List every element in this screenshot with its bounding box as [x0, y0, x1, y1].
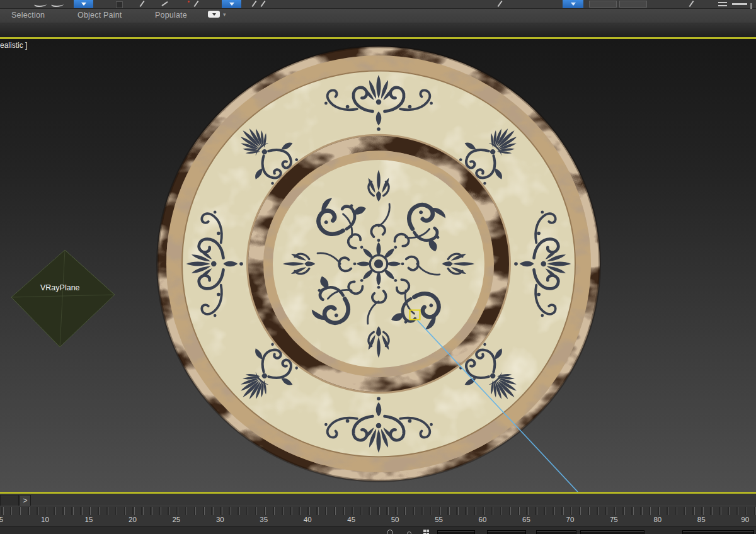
viewport-shading-label[interactable]: ealistic ]	[0, 41, 27, 50]
list-lines-icon[interactable]	[718, 2, 727, 3]
timeline-tick	[423, 507, 423, 515]
timeline-tick	[231, 507, 231, 515]
timeline-frame-label: 80	[648, 516, 667, 523]
grid-size-field[interactable]	[580, 530, 644, 534]
timeline-tick	[607, 507, 607, 515]
timeline-tick	[335, 507, 336, 515]
timeline-tick	[11, 507, 12, 515]
select-object-button[interactable]	[74, 0, 93, 8]
absolute-mode-icon[interactable]	[407, 531, 411, 534]
timeline-tick	[484, 507, 485, 515]
wide-line-icon[interactable]	[732, 3, 747, 5]
timeline-tick	[642, 507, 643, 515]
timeline-tick	[143, 507, 144, 515]
material-editor-button[interactable]	[563, 0, 583, 8]
timeline-frame-label: 50	[386, 516, 404, 523]
select-and-rotate-button[interactable]	[222, 0, 241, 8]
timeline-tick	[729, 507, 730, 515]
timeline-frame-label: 5	[0, 516, 11, 523]
viewport[interactable]: VRayPlane	[0, 39, 756, 492]
timeline-tick	[274, 507, 275, 515]
timeline-tick	[476, 507, 476, 515]
timeline-tick	[493, 507, 493, 515]
timeline-tick	[55, 507, 56, 515]
timeline-tick	[82, 507, 83, 515]
lock-selection-icon[interactable]	[387, 530, 393, 534]
timeline-frame-label: 60	[473, 516, 492, 523]
timeline-frame-label: 55	[430, 516, 449, 523]
timeline-frame-label: 20	[123, 516, 142, 523]
timeline-tick	[571, 507, 572, 515]
timeline-tick	[318, 507, 319, 515]
ribbon-tab-populate[interactable]: Populate	[155, 11, 187, 20]
time-tag-field[interactable]	[682, 530, 754, 534]
ribbon-tab-selection[interactable]: Selection	[11, 11, 45, 20]
render-setup-box[interactable]	[589, 1, 617, 8]
timeline-tick	[239, 507, 240, 515]
chevron-down-icon[interactable]: ▾	[223, 11, 226, 18]
grid-icon[interactable]	[423, 530, 429, 534]
timeline-tick	[108, 507, 108, 515]
timeline-tick	[458, 507, 459, 515]
timeline-frame-label: 25	[167, 516, 186, 523]
timeline-tick	[388, 507, 389, 515]
record-dot-icon	[188, 1, 190, 3]
layer-slash-icon[interactable]	[689, 1, 694, 7]
freehand-curve-icon[interactable]	[50, 1, 66, 7]
timeline-tick	[397, 507, 398, 515]
timeline-tick	[47, 507, 47, 515]
timeline-frame-label: 90	[736, 516, 755, 523]
scale-slash-icon[interactable]	[252, 1, 257, 7]
coordinate-x-field[interactable]	[437, 530, 475, 534]
timeline-tick	[213, 507, 214, 515]
align-icon[interactable]	[140, 1, 145, 7]
timeline-tick	[624, 507, 625, 515]
timeline-tick	[195, 507, 196, 515]
undo-slash-icon[interactable]	[194, 1, 199, 7]
timeline-tick	[467, 507, 467, 515]
timeline-tick	[405, 507, 406, 515]
timeline-tick	[616, 507, 616, 515]
timeline-tick	[747, 507, 747, 515]
timeline-tick	[554, 507, 555, 515]
marble-medallion-object[interactable]	[158, 47, 600, 480]
timeline-frame-label: 10	[36, 516, 55, 523]
snap-slash-icon[interactable]	[498, 1, 503, 7]
ribbon-tab-bar: Selection Object Paint Populate ▾	[0, 9, 756, 23]
panel-toggle-icon[interactable]	[208, 11, 220, 18]
next-frame-button[interactable]: >	[20, 495, 31, 506]
mirror-icon[interactable]	[116, 1, 123, 8]
timeline-tick	[38, 507, 38, 515]
list-lines-icon[interactable]	[718, 5, 727, 6]
arrow-icon[interactable]	[161, 1, 168, 6]
status-bar	[0, 526, 756, 534]
render-frame-box[interactable]	[619, 1, 647, 8]
coordinate-z-field[interactable]	[536, 530, 576, 534]
timeline-tick	[178, 507, 178, 515]
timeline-tick	[440, 507, 441, 515]
timeline-tick	[432, 507, 432, 515]
timeline-tick	[633, 507, 634, 515]
timeline-tick	[161, 507, 161, 515]
ribbon-tab-object-paint[interactable]: Object Paint	[77, 11, 122, 20]
scale-slash-icon[interactable]	[261, 1, 266, 7]
timeline-tick	[117, 507, 117, 515]
timeline-ruler[interactable]: 51015202530354045505560657075808590	[0, 506, 756, 527]
timeline-tick	[362, 507, 362, 515]
timeline-tick	[20, 507, 21, 515]
ribbon-minimize-dropdown[interactable]: ▾	[208, 11, 226, 18]
timeline-tick	[73, 507, 74, 515]
timeline-tick	[292, 507, 292, 515]
timeline-tick	[703, 507, 704, 515]
vrayplane-label: VRayPlane	[40, 283, 80, 292]
freehand-curve-icon[interactable]	[33, 1, 49, 7]
coordinate-y-field[interactable]	[487, 530, 526, 534]
vrayplane-object[interactable]: VRayPlane	[11, 250, 115, 347]
timeline-tick	[353, 507, 353, 515]
timeline-tick	[90, 507, 91, 515]
timeline-frame-label: 45	[342, 516, 361, 523]
timeline-frame-label: 30	[210, 516, 229, 523]
timeline-frame-label: 65	[517, 516, 536, 523]
ribbon-collapsed-strip	[0, 23, 756, 37]
timeline-tick	[370, 507, 371, 515]
